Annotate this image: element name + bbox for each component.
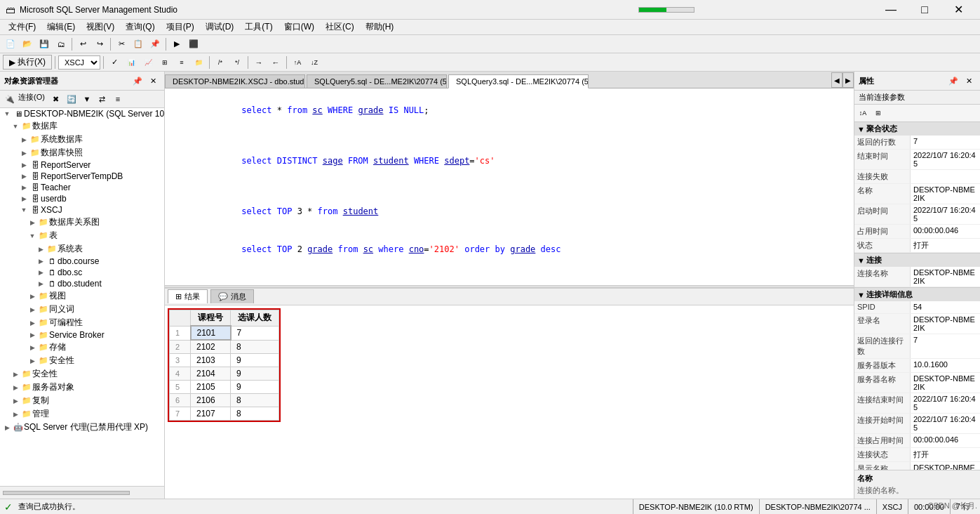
- uncomment[interactable]: */: [229, 55, 245, 70]
- tree-item-5[interactable]: ▶🗄ReportServerTempDB: [0, 171, 164, 182]
- prop-section-header-0[interactable]: ▼ 聚合状态: [854, 122, 980, 136]
- object-explorer-tree[interactable]: ▼🖥DESKTOP-NBME2IK (SQL Server 10.0.160▼📁…: [0, 108, 164, 486]
- database-selector[interactable]: XSCJ: [58, 55, 100, 70]
- tree-item-7[interactable]: ▶🗄userdb: [0, 193, 164, 204]
- undo-button[interactable]: ↩: [75, 37, 90, 52]
- cell-col2-3[interactable]: 9: [231, 367, 279, 381]
- save-all-button[interactable]: 🗂: [53, 37, 69, 52]
- execute-button[interactable]: ▶ 执行(X): [3, 55, 52, 70]
- cell-col2-0[interactable]: 7: [231, 326, 279, 340]
- tree-item-20[interactable]: ▶📁安全性: [0, 354, 164, 367]
- decrease-indent[interactable]: ←: [268, 55, 283, 70]
- parse-button[interactable]: ✓: [107, 55, 122, 70]
- tree-item-14[interactable]: ▶🗒dbo.student: [0, 278, 164, 289]
- tab-scroll-right[interactable]: ▶: [843, 72, 854, 88]
- table-row[interactable]: 121017: [170, 326, 279, 340]
- cell-col1-3[interactable]: 2104: [191, 367, 231, 381]
- maximize-button[interactable]: □: [908, 0, 941, 20]
- props-sort-btn[interactable]: ↕A: [856, 106, 870, 120]
- sort-desc[interactable]: ↓Z: [307, 55, 322, 70]
- debug-button[interactable]: ▶: [169, 37, 184, 52]
- tree-item-8[interactable]: ▼🗄XSCJ: [0, 204, 164, 216]
- tree-item-18[interactable]: ▶📁Service Broker: [0, 329, 164, 341]
- cell-col1-2[interactable]: 2103: [191, 354, 231, 367]
- properties-pin[interactable]: 📌: [946, 74, 960, 88]
- close-panel-button[interactable]: ✕: [146, 74, 160, 88]
- pin-button[interactable]: 📌: [130, 74, 145, 88]
- cell-col1-5[interactable]: 2106: [191, 394, 231, 407]
- table-row[interactable]: 621068: [170, 394, 279, 407]
- tree-item-19[interactable]: ▶📁存储: [0, 341, 164, 354]
- oe-filter-button[interactable]: ▼: [80, 92, 94, 106]
- table-row[interactable]: 321039: [170, 354, 279, 367]
- tab-scroll-controls[interactable]: ◀ ▶: [831, 72, 854, 88]
- copy-button[interactable]: 📋: [130, 37, 146, 52]
- tree-item-24[interactable]: ▶📁管理: [0, 407, 164, 421]
- tree-item-25[interactable]: ▶🤖SQL Server 代理(已禁用代理 XP): [0, 421, 164, 434]
- properties-controls[interactable]: 📌 ✕: [946, 74, 976, 88]
- include-client-stats[interactable]: 📈: [140, 55, 156, 70]
- tree-item-21[interactable]: ▶📁安全性: [0, 367, 164, 381]
- menu-help[interactable]: 帮助(H): [360, 20, 400, 34]
- table-row[interactable]: 221028: [170, 340, 279, 354]
- oe-connect-button[interactable]: 🔌: [3, 92, 17, 106]
- menu-project[interactable]: 项目(P): [161, 20, 200, 34]
- open-button[interactable]: 📂: [20, 37, 35, 52]
- menu-tools[interactable]: 工具(T): [239, 20, 278, 34]
- properties-close[interactable]: ✕: [962, 74, 976, 88]
- increase-indent[interactable]: →: [251, 55, 267, 70]
- tree-item-12[interactable]: ▶🗒dbo.course: [0, 256, 164, 267]
- cell-col1-6[interactable]: 2107: [191, 407, 231, 421]
- cell-col2-1[interactable]: 8: [231, 340, 279, 354]
- window-controls[interactable]: — □ ✕: [875, 0, 974, 20]
- tree-item-4[interactable]: ▶🗄ReportServer: [0, 159, 164, 171]
- stop-button[interactable]: ⬛: [186, 37, 201, 52]
- tree-item-11[interactable]: ▶📁系统表: [0, 242, 164, 256]
- results-tab-grid[interactable]: ⊞ 结果: [168, 289, 208, 303]
- save-button[interactable]: 💾: [36, 37, 52, 52]
- cell-col2-4[interactable]: 9: [231, 381, 279, 394]
- prop-section-header-1[interactable]: ▼ 连接: [854, 253, 980, 267]
- tab-scroll-left[interactable]: ◀: [831, 72, 843, 88]
- results-tab-messages[interactable]: 💬 消息: [210, 289, 254, 303]
- results-to-grid[interactable]: ⊞: [157, 55, 173, 70]
- results-to-file[interactable]: 📁: [191, 55, 206, 70]
- oe-sync-button[interactable]: ⇄: [95, 92, 109, 106]
- tree-item-10[interactable]: ▼📁表: [0, 229, 164, 242]
- prop-section-header-2[interactable]: ▼ 连接详细信息: [854, 288, 980, 301]
- table-row[interactable]: 521059: [170, 381, 279, 394]
- menu-file[interactable]: 文件(F): [3, 20, 41, 34]
- paste-button[interactable]: 📌: [147, 37, 163, 52]
- cell-col2-5[interactable]: 8: [231, 394, 279, 407]
- menu-window[interactable]: 窗口(W): [278, 20, 320, 34]
- menu-debug[interactable]: 调试(D): [200, 20, 240, 34]
- menu-edit[interactable]: 编辑(E): [41, 20, 81, 34]
- oe-disconnect-button[interactable]: ✖: [49, 92, 63, 106]
- menu-query[interactable]: 查询(Q): [120, 20, 160, 34]
- menu-view[interactable]: 视图(V): [81, 20, 120, 34]
- cell-col2-6[interactable]: 8: [231, 407, 279, 421]
- tree-item-9[interactable]: ▶📁数据库关系图: [0, 216, 164, 229]
- props-toolbar[interactable]: ↕A ⊞: [854, 105, 980, 122]
- cell-col1-1[interactable]: 2102: [191, 340, 231, 354]
- tab-2[interactable]: SQLQuery3.sql - DE...ME2IK\20774 (54))* …: [448, 74, 589, 88]
- cell-col2-2[interactable]: 9: [231, 354, 279, 367]
- cell-col1-4[interactable]: 2105: [191, 381, 231, 394]
- cut-button[interactable]: ✂: [114, 37, 129, 52]
- table-row[interactable]: 421049: [170, 367, 279, 381]
- tab-0[interactable]: DESKTOP-NBME2IK.XSCJ - dbo.student: [165, 74, 305, 88]
- tree-item-23[interactable]: ▶📁复制: [0, 394, 164, 407]
- tree-item-3[interactable]: ▶📁数据库快照: [0, 146, 164, 159]
- new-query-button[interactable]: 📄: [3, 37, 18, 52]
- tab-1[interactable]: SQLQuery5.sql - DE...ME2IK\20774 (52)): [307, 74, 447, 88]
- query-editor[interactable]: select * from sc WHERE grade IS NULL; se…: [165, 88, 854, 285]
- tree-item-0[interactable]: ▼🖥DESKTOP-NBME2IK (SQL Server 10.0.160: [0, 108, 164, 119]
- props-group-btn[interactable]: ⊞: [871, 106, 885, 120]
- redo-button[interactable]: ↪: [92, 37, 107, 52]
- menu-community[interactable]: 社区(C): [320, 20, 360, 34]
- sort-asc[interactable]: ↑A: [290, 55, 305, 70]
- tree-item-1[interactable]: ▼📁数据库: [0, 119, 164, 133]
- oe-refresh-button[interactable]: 🔄: [65, 92, 79, 106]
- tree-item-13[interactable]: ▶🗒dbo.sc: [0, 267, 164, 278]
- table-row[interactable]: 721078: [170, 407, 279, 421]
